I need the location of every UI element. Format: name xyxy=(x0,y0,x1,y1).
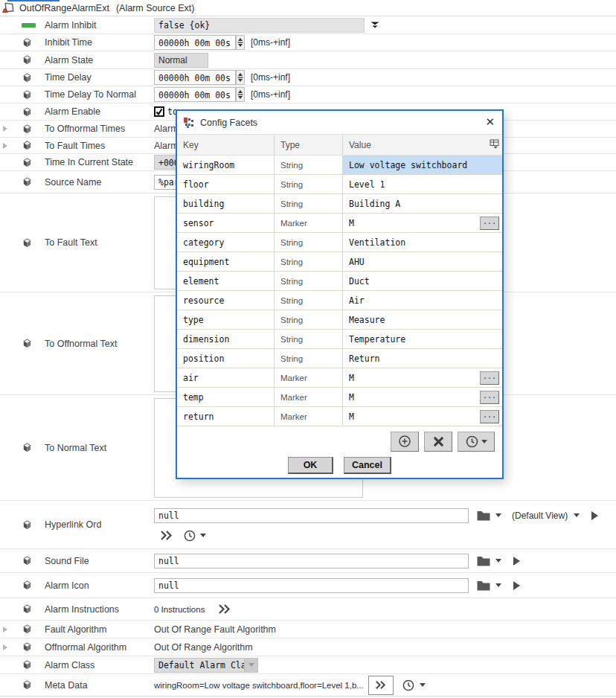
facet-key: equipment xyxy=(177,252,274,271)
facet-value[interactable]: M xyxy=(349,218,354,228)
facet-value[interactable]: Level 1 xyxy=(349,179,385,190)
alarm-icon-input[interactable]: null xyxy=(154,578,469,593)
marker-edit-button[interactable]: ... xyxy=(480,371,499,385)
row-inhibit-time: Inhibit Time 00000h 00m 00s [0ms-+inf] xyxy=(0,34,616,51)
facet-type: String xyxy=(274,310,342,329)
alarm-inhibit-field[interactable]: false {ok} xyxy=(154,18,365,33)
sound-file-go-icon[interactable] xyxy=(513,557,520,566)
cube-icon xyxy=(10,442,39,453)
facet-value[interactable]: Measure xyxy=(349,315,385,325)
facet-value[interactable]: Return xyxy=(349,353,380,364)
view-dropdown-caret-icon[interactable] xyxy=(574,513,580,517)
marker-edit-button[interactable]: ... xyxy=(480,391,499,404)
sound-file-input[interactable]: null xyxy=(154,554,469,569)
marker-edit-button[interactable]: ... xyxy=(480,410,499,423)
facet-row-dimension[interactable]: dimension String Temperature xyxy=(177,330,502,349)
facet-value[interactable]: M xyxy=(349,373,354,383)
time-spinner[interactable] xyxy=(236,35,245,50)
folder-dropdown-caret-icon[interactable] xyxy=(495,513,501,517)
cancel-button[interactable]: Cancel xyxy=(344,457,391,474)
cube-icon xyxy=(10,659,39,670)
row-time-delay-to-normal: Time Delay To Normal 00000h 00m 00s [0ms… xyxy=(0,86,616,103)
facet-value[interactable]: M xyxy=(349,412,354,422)
alarm-icon-go-icon[interactable] xyxy=(513,581,520,590)
clock-dropdown-caret-icon[interactable] xyxy=(481,440,487,444)
clock-dropdown-caret-icon[interactable] xyxy=(200,534,206,537)
facet-value[interactable]: M xyxy=(349,392,354,403)
chevron-double-down-icon[interactable] xyxy=(370,21,379,29)
facet-row-air[interactable]: air Marker M ... xyxy=(177,368,502,388)
hyperlink-go-icon[interactable] xyxy=(591,511,598,520)
sheet-header-row: OutOfRangeAlarmExt (Alarm Source Ext) xyxy=(0,0,616,16)
facet-row-temp[interactable]: temp Marker M ... xyxy=(177,388,502,407)
cube-icon xyxy=(10,54,39,65)
time-delay-value: 00000h 00m 00s xyxy=(158,73,231,83)
history-clock-icon[interactable] xyxy=(402,679,414,691)
folder-dropdown-caret-icon[interactable] xyxy=(495,583,501,587)
time-delay-input[interactable]: 00000h 00m 00s xyxy=(154,70,236,85)
facet-row-building[interactable]: building String Building A xyxy=(177,194,502,214)
facet-row-wiringRoom[interactable]: wiringRoom String Low voltage switchboar… xyxy=(177,156,502,175)
clock-dropdown-caret-icon[interactable] xyxy=(420,683,426,687)
chevron-double-right-icon[interactable] xyxy=(159,530,173,541)
alarm-state-value: Normal xyxy=(158,55,187,65)
cube-icon xyxy=(10,157,39,168)
facet-row-resource[interactable]: resource String Air xyxy=(177,291,502,310)
facet-row-floor[interactable]: floor String Level 1 xyxy=(177,175,502,194)
default-view-dropdown[interactable]: (Default View) xyxy=(512,510,568,521)
marker-edit-button[interactable]: ... xyxy=(480,217,499,230)
cube-icon xyxy=(10,580,39,591)
meta-data-edit-button[interactable] xyxy=(368,676,394,695)
facet-history-button[interactable] xyxy=(458,432,495,452)
inhibit-time-input[interactable]: 00000h 00m 00s xyxy=(154,35,236,50)
facet-row-position[interactable]: position String Return xyxy=(177,349,502,368)
folder-dropdown-caret-icon[interactable] xyxy=(495,559,501,563)
expand-icon[interactable] xyxy=(3,143,7,149)
inhibit-time-value: 00000h 00m 00s xyxy=(158,38,231,48)
facet-row-type[interactable]: type String Measure xyxy=(177,310,502,330)
prop-label: Meta Data xyxy=(39,680,88,691)
cube-icon xyxy=(10,624,39,635)
column-header-type[interactable]: Type xyxy=(274,135,342,155)
alarm-class-select[interactable]: Default Alarm Class xyxy=(154,658,258,673)
prop-label: Time Delay xyxy=(39,72,92,83)
time-spinner[interactable] xyxy=(236,70,245,85)
add-facet-button[interactable] xyxy=(391,432,419,452)
time-spinner[interactable] xyxy=(236,87,245,102)
table-options-icon[interactable] xyxy=(490,139,499,151)
facet-row-sensor[interactable]: sensor Marker M ... xyxy=(177,214,502,233)
close-icon[interactable]: ✕ xyxy=(485,117,495,128)
ok-button[interactable]: OK xyxy=(288,457,333,474)
cube-icon xyxy=(10,641,39,653)
column-header-value[interactable]: Value xyxy=(349,140,371,150)
time-delay-to-normal-input[interactable]: 00000h 00m 00s xyxy=(154,87,236,102)
facet-value[interactable]: Duct xyxy=(349,276,370,286)
history-clock-icon[interactable] xyxy=(184,530,196,542)
column-header-key[interactable]: Key xyxy=(177,140,274,150)
select-dropdown-icon[interactable] xyxy=(244,659,257,672)
row-time-delay: Time Delay 00000h 00m 00s [0ms-+inf] xyxy=(0,69,616,86)
facet-value[interactable]: Building A xyxy=(349,199,400,209)
facet-value[interactable]: AHU xyxy=(349,257,365,267)
facet-value[interactable]: Ventilation xyxy=(349,237,405,248)
facet-row-element[interactable]: element String Duct xyxy=(177,272,502,291)
folder-icon[interactable] xyxy=(477,556,490,566)
facet-type: Marker xyxy=(274,368,342,387)
facet-row-equipment[interactable]: equipment String AHU xyxy=(177,252,502,272)
expand-icon[interactable] xyxy=(3,627,7,633)
folder-icon[interactable] xyxy=(477,510,490,521)
facet-value[interactable]: Air xyxy=(349,295,365,306)
facet-value[interactable]: Low voltage switchboard xyxy=(349,160,467,170)
facet-row-return[interactable]: return Marker M ... xyxy=(177,407,502,426)
facet-value[interactable]: Temperature xyxy=(349,334,405,345)
alarm-enable-checkbox[interactable] xyxy=(154,106,164,117)
facet-row-category[interactable]: category String Ventilation xyxy=(177,233,502,252)
remove-facet-button[interactable] xyxy=(424,432,452,452)
hyperlink-ord-input[interactable]: null xyxy=(154,508,469,523)
expand-icon[interactable] xyxy=(3,126,7,132)
folder-icon[interactable] xyxy=(477,580,490,591)
facets-table: Key Type Value wiringRoom String Low vol… xyxy=(177,135,502,426)
chevron-double-right-icon[interactable] xyxy=(217,603,231,615)
expand-icon[interactable] xyxy=(3,644,7,650)
dialog-titlebar[interactable]: Config Facets ✕ xyxy=(177,111,502,135)
